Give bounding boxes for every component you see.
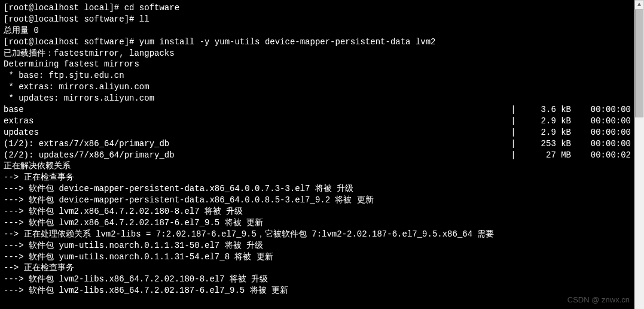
vertical-scrollbar[interactable]: ▲ — [634, 0, 644, 309]
shell-prompt: [root@localhost software]# — [4, 37, 139, 47]
repo-time: 00:00:00 — [571, 127, 631, 138]
mirror-line: * extras: mirrors.aliyun.com — [4, 81, 631, 93]
command-text: yum install -y yum-utils device-mapper-p… — [139, 37, 436, 47]
output-line: Determining fastest mirrors — [4, 59, 631, 70]
output-line: 已加载插件：fastestmirror, langpacks — [4, 48, 631, 59]
repo-time: 00:00:02 — [571, 150, 631, 161]
package-line: ---> 软件包 device-mapper-persistent-data.x… — [4, 195, 631, 206]
repo-separator: | — [24, 104, 523, 116]
package-line: ---> 软件包 lvm2-libs.x86_64.7.2.02.187-6.e… — [4, 285, 631, 296]
repo-separator: | — [33, 116, 523, 127]
shell-prompt: [root@localhost local]# — [4, 3, 124, 13]
repo-size: 27 MB — [523, 150, 571, 161]
repo-time: 00:00:00 — [571, 116, 631, 127]
repo-row: (1/2): extras/7/x86_64/primary_db | 253 … — [4, 138, 631, 150]
repo-size: 2.9 kB — [523, 127, 571, 138]
output-line: 正在解决依赖关系 — [4, 160, 631, 172]
package-line: --> 正在检查事务 — [4, 262, 631, 274]
command-text: ll — [139, 14, 149, 24]
package-line: ---> 软件包 yum-utils.noarch.0.1.1.31-50.el… — [4, 240, 631, 252]
repo-size: 2.9 kB — [523, 116, 571, 127]
prompt-line: [root@localhost software]# yum install -… — [4, 37, 631, 48]
repo-row: base | 3.6 kB 00:00:00 — [4, 104, 631, 116]
mirror-line: * base: ftp.sjtu.edu.cn — [4, 70, 631, 81]
repo-time: 00:00:00 — [571, 138, 631, 150]
repo-name: updates — [4, 127, 39, 138]
repo-size: 3.6 kB — [523, 104, 571, 116]
package-line: --> 正在处理依赖关系 lvm2-libs = 7:2.02.187-6.el… — [4, 229, 631, 240]
repo-name: extras — [4, 116, 33, 127]
shell-prompt: [root@localhost software]# — [4, 14, 139, 24]
package-line: ---> 软件包 device-mapper-persistent-data.x… — [4, 183, 631, 195]
scrollbar-thumb[interactable] — [635, 10, 643, 117]
package-line: ---> 软件包 yum-utils.noarch.0.1.1.31-54.el… — [4, 252, 631, 263]
prompt-line: [root@localhost local]# cd software — [4, 2, 631, 14]
repo-time: 00:00:00 — [571, 104, 631, 116]
mirror-line: * updates: mirrors.aliyun.com — [4, 93, 631, 104]
output-line: --> 正在检查事务 — [4, 172, 631, 183]
scroll-up-arrow-icon[interactable]: ▲ — [634, 0, 644, 10]
repo-separator: | — [175, 150, 523, 161]
repo-name: (2/2): updates/7/x86_64/primary_db — [4, 150, 175, 161]
repo-separator: | — [39, 127, 523, 138]
repo-name: (1/2): extras/7/x86_64/primary_db — [4, 138, 169, 150]
watermark-text: CSDN @ znwx.cn — [567, 295, 630, 305]
repo-row: extras | 2.9 kB 00:00:00 — [4, 116, 631, 127]
package-line: ---> 软件包 lvm2.x86_64.7.2.02.180-8.el7 将被… — [4, 206, 631, 217]
prompt-line: [root@localhost software]# ll — [4, 14, 631, 25]
output-line: 总用量 0 — [4, 25, 631, 37]
repo-row: (2/2): updates/7/x86_64/primary_db | 27 … — [4, 150, 631, 161]
package-line: ---> 软件包 lvm2-libs.x86_64.7.2.02.180-8.e… — [4, 274, 631, 285]
repo-size: 253 kB — [523, 138, 571, 150]
repo-name: base — [4, 104, 24, 116]
package-line: ---> 软件包 lvm2.x86_64.7.2.02.187-6.el7_9.… — [4, 217, 631, 229]
repo-separator: | — [169, 138, 523, 150]
command-text: cd software — [124, 3, 179, 13]
terminal-output[interactable]: [root@localhost local]# cd software [roo… — [0, 0, 634, 309]
repo-row: updates | 2.9 kB 00:00:00 — [4, 127, 631, 138]
